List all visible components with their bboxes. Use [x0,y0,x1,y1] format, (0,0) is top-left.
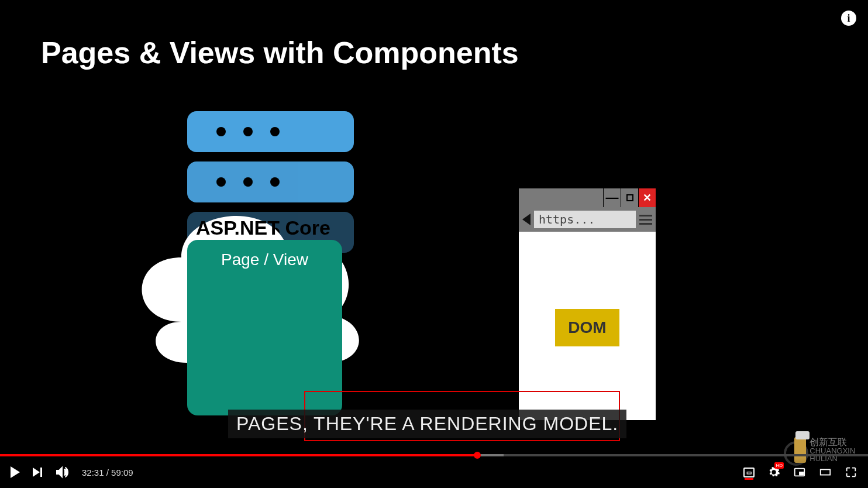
caption-text: PAGES, THEY'RE A RENDERING MODEL. [228,410,626,438]
browser-titlebar: — ✕ [519,188,656,207]
svg-rect-2 [821,469,831,475]
page-view-box: Page / View [187,240,342,415]
page-view-label: Page / View [187,250,342,269]
play-button[interactable] [11,466,20,478]
watermark-brand-cn: 创新互联 [810,438,864,447]
cloud-label: ASP.NET Core [196,216,330,239]
duration: 59:09 [111,468,133,477]
browser-addressbar: https... [519,207,656,232]
current-time: 32:31 [82,468,104,477]
volume-button[interactable] [55,465,69,479]
url-box: https... [534,211,636,228]
player-controls: 32:31 / 59:09 ▭ HD [0,456,868,488]
slide-title: Pages & Views with Components [41,35,519,70]
back-arrow-icon [522,214,531,225]
cc-icon: ▭ [743,468,755,477]
miniplayer-button[interactable] [793,466,806,479]
info-icon[interactable]: i [841,11,856,26]
hamburger-icon [639,215,652,225]
maximize-icon [621,188,638,207]
hd-badge: HD [774,462,784,469]
video-frame[interactable]: i Pages & Views with Components ASP.NET … [0,0,868,488]
settings-button[interactable]: HD [767,466,780,479]
close-icon: ✕ [638,188,656,207]
subtitles-button[interactable]: ▭ [743,468,755,477]
svg-rect-1 [800,472,803,475]
dom-label: DOM [555,309,619,346]
time-display: 32:31 / 59:09 [82,468,133,477]
theater-button[interactable] [819,466,832,479]
next-button[interactable] [33,468,42,477]
browser-illustration: — ✕ https... DOM [518,187,657,421]
minimize-icon: — [603,188,621,207]
fullscreen-button[interactable] [845,466,857,479]
